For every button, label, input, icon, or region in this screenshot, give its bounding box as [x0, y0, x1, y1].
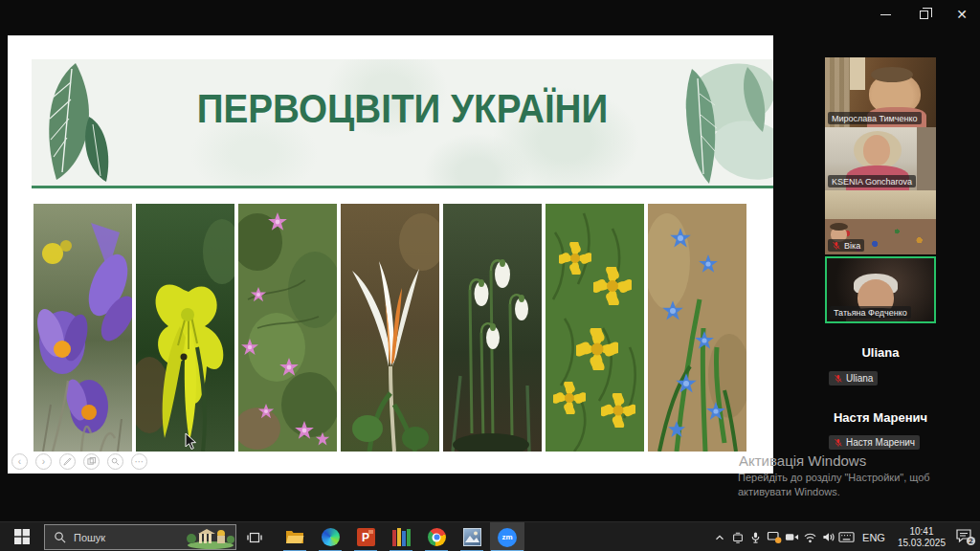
prev-slide-button[interactable]: ‹ — [11, 453, 28, 470]
slideshow-controls: ‹ › ⋯ — [11, 453, 147, 470]
svg-text:2: 2 — [969, 537, 973, 545]
show-all-slides-button[interactable] — [83, 453, 100, 470]
slide-title: ПЕРВОЦВІТИ УКРАЇНИ — [61, 86, 744, 132]
minimize-button[interactable] — [873, 4, 898, 25]
zoom-app-button[interactable]: zm — [490, 522, 524, 551]
tray-volume-button[interactable] — [819, 522, 837, 551]
presentation-slide: ПЕРВОЦВІТИ УКРАЇНИ — [8, 35, 773, 474]
microphone-icon — [749, 531, 762, 544]
chevron-up-icon — [713, 531, 726, 544]
restore-icon — [920, 11, 928, 19]
participant-name-label: Настя Маренич — [829, 435, 920, 450]
tray-microphone-button[interactable] — [746, 522, 765, 551]
muted-mic-icon — [834, 438, 843, 448]
winrar-button[interactable] — [384, 522, 418, 551]
participant-face — [863, 135, 890, 165]
photo-spring-adonis — [546, 204, 644, 452]
participant-name-label: Uliana — [829, 371, 878, 386]
photo-blue-scilla — [648, 204, 746, 452]
language-indicator[interactable]: ENG — [856, 532, 892, 543]
search-box[interactable]: Пошук — [44, 524, 236, 550]
chrome-icon — [428, 528, 446, 546]
tray-chevron-button[interactable] — [710, 522, 728, 551]
photo-pasque-flower — [33, 204, 132, 452]
participant-name-label: Мирослава Тимченко — [828, 112, 922, 124]
muted-mic-icon — [832, 241, 841, 251]
slide-title-banner: ПЕРВОЦВІТИ УКРАЇНИ — [32, 59, 773, 188]
tray-camera-button[interactable] — [783, 522, 801, 551]
chrome-button[interactable] — [419, 522, 454, 551]
close-button[interactable]: ✕ — [949, 4, 974, 25]
edge-icon — [322, 528, 340, 546]
wifi-icon — [803, 531, 817, 543]
file-explorer-icon — [285, 529, 304, 545]
file-explorer-button[interactable] — [278, 522, 312, 551]
slides-icon — [87, 457, 96, 466]
windows-activation-title: Активація Windows — [739, 452, 866, 469]
participant-name-label: Віка — [828, 239, 864, 252]
photo-white-crocus — [341, 204, 439, 452]
mouse-cursor — [185, 432, 197, 451]
camera-icon — [785, 531, 799, 543]
screen-share-icon — [767, 530, 782, 544]
edge-button[interactable] — [313, 522, 347, 551]
muted-mic-icon — [834, 374, 843, 384]
video-tile-tatyana-active-speaker[interactable]: Татьяна Федченко — [825, 256, 936, 323]
tray-wifi-button[interactable] — [801, 522, 819, 551]
start-button[interactable] — [0, 522, 44, 551]
powerpoint-icon: P — [357, 528, 375, 546]
keyboard-icon — [838, 531, 855, 543]
participant-name-label: Татьяна Федченко — [830, 306, 911, 319]
taskbar: Пошук — [0, 521, 980, 551]
date: 15.03.2025 — [898, 538, 946, 549]
notification-icon: 2 — [955, 528, 976, 547]
windows-activation-line2: активувати Windows. — [738, 486, 840, 497]
minimize-icon — [880, 14, 891, 15]
photos-button[interactable] — [455, 522, 489, 551]
participant-name-label: KSENIA Goncharova — [828, 175, 916, 187]
flower-photo-strip — [33, 204, 746, 452]
tray-touch-keyboard-button[interactable] — [837, 522, 856, 551]
photo-yellow-erythronium — [136, 204, 234, 452]
search-doodle-image — [186, 525, 235, 549]
sync-icon — [731, 531, 745, 544]
video-tile-vika[interactable]: Віка — [825, 190, 936, 254]
search-icon — [54, 531, 66, 543]
restore-button[interactable] — [911, 4, 936, 25]
pen-tool-button[interactable] — [59, 453, 76, 470]
time: 10:41 — [898, 526, 946, 538]
zoom-slide-button[interactable] — [107, 453, 123, 470]
magnifier-icon — [111, 457, 120, 466]
participant-display-name[interactable]: Настя Маренич — [825, 410, 936, 425]
zoom-app-icon: zm — [498, 528, 517, 547]
winrar-icon — [392, 528, 411, 546]
desktop: ✕ ПЕРВОЦВІТИ УКРАЇНИ — [0, 0, 980, 551]
speaker-icon — [822, 531, 835, 543]
photo-snowdrops — [443, 204, 542, 452]
action-center-button[interactable]: 2 — [951, 522, 980, 551]
tray-screenshare-button[interactable] — [765, 522, 783, 551]
search-placeholder: Пошук — [74, 532, 178, 543]
windows-logo-icon — [14, 529, 30, 544]
windows-activation-line1: Перейдіть до розділу "Настройки", щоб — [738, 472, 930, 483]
task-view-button[interactable] — [239, 522, 270, 551]
close-icon: ✕ — [956, 8, 968, 21]
powerpoint-button[interactable]: P — [348, 522, 383, 551]
participant-display-name[interactable]: Uliana — [825, 345, 936, 360]
next-slide-button[interactable]: › — [35, 453, 52, 470]
pen-icon — [63, 457, 72, 466]
system-tray: ENG 10:41 15.03.2025 2 — [710, 522, 980, 551]
photos-icon — [463, 528, 481, 546]
tray-sync-button[interactable] — [728, 522, 746, 551]
window-controls: ✕ — [873, 4, 974, 25]
video-tile-myroslava[interactable]: Мирослава Тимченко — [825, 57, 936, 127]
photo-pink-primrose — [238, 204, 337, 452]
task-view-icon — [247, 530, 262, 545]
video-tile-ksenia[interactable]: KSENIA Goncharova — [825, 127, 936, 190]
clock[interactable]: 10:41 15.03.2025 — [892, 526, 951, 549]
more-options-button[interactable]: ⋯ — [131, 453, 147, 470]
